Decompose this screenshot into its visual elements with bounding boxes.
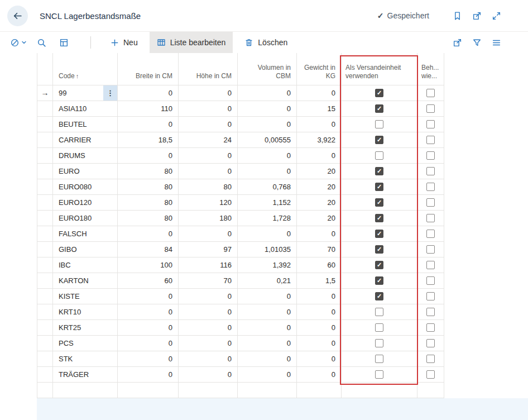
row-select-cell[interactable] (37, 257, 53, 273)
header-breite[interactable]: Breite in CM (118, 53, 179, 85)
versand-cell[interactable] (342, 116, 417, 132)
versand-checkbox[interactable] (375, 245, 383, 254)
header-hoehe[interactable]: Höhe in CM (179, 53, 238, 85)
row-select-cell[interactable] (37, 335, 53, 351)
versand-checkbox[interactable] (375, 292, 383, 300)
beh-checkbox[interactable] (426, 214, 435, 222)
beh-checkbox[interactable] (426, 245, 435, 254)
hoehe-cell[interactable]: 70 (179, 273, 238, 288)
breite-cell[interactable]: 0 (118, 147, 179, 163)
code-cell[interactable]: KRT10 (53, 304, 118, 319)
gewicht-cell[interactable]: 1,5 (297, 273, 342, 288)
beh-cell[interactable] (417, 194, 444, 210)
versand-cell[interactable] (342, 194, 417, 210)
row-select-cell[interactable] (37, 288, 53, 304)
volumen-cell[interactable]: 0 (238, 335, 297, 351)
beh-checkbox[interactable] (426, 323, 435, 332)
row-select-cell[interactable] (37, 226, 53, 241)
header-gewicht[interactable]: Gewicht in KG (297, 53, 342, 85)
versand-checkbox[interactable] (375, 214, 383, 222)
code-cell[interactable]: GIBO (53, 241, 118, 257)
volumen-cell[interactable]: 0 (238, 319, 297, 335)
code-cell[interactable]: BEUTEL (53, 116, 118, 132)
versand-checkbox[interactable] (375, 230, 383, 238)
beh-cell[interactable] (417, 210, 444, 226)
row-select-cell[interactable] (37, 273, 53, 288)
versand-cell[interactable] (342, 210, 417, 226)
table-row[interactable]: BEUTEL0000 (37, 116, 444, 132)
gewicht-cell[interactable]: 0 (297, 147, 342, 163)
breite-cell[interactable]: 80 (118, 210, 179, 226)
beh-checkbox[interactable] (426, 276, 435, 285)
breite-cell[interactable]: 110 (118, 101, 179, 116)
volumen-cell[interactable]: 0 (238, 116, 297, 132)
beh-cell[interactable] (417, 304, 444, 319)
volumen-cell[interactable]: 0,00555 (238, 132, 297, 147)
gewicht-cell[interactable]: 20 (297, 163, 342, 179)
beh-cell[interactable] (417, 147, 444, 163)
table-row[interactable]: →99⋮0000 (37, 85, 444, 101)
table-row[interactable]: CARRIER18,5240,005553,922 (37, 132, 444, 147)
versand-cell[interactable] (342, 273, 417, 288)
beh-cell[interactable] (417, 179, 444, 194)
versand-cell[interactable] (342, 335, 417, 351)
table-row[interactable]: KRT100000 (37, 304, 444, 319)
hoehe-cell[interactable]: 0 (179, 288, 238, 304)
code-cell[interactable]: EURO080 (53, 179, 118, 194)
gewicht-cell[interactable]: 15 (297, 101, 342, 116)
versand-cell[interactable] (342, 179, 417, 194)
code-cell[interactable]: STK (53, 351, 118, 366)
gewicht-cell[interactable]: 0 (297, 85, 342, 101)
code-cell[interactable]: IBC (53, 257, 118, 273)
row-select-cell[interactable] (37, 116, 53, 132)
beh-checkbox[interactable] (426, 89, 435, 97)
gewicht-cell[interactable]: 60 (297, 257, 342, 273)
volumen-cell[interactable]: 0,768 (238, 179, 297, 194)
share-button[interactable] (451, 36, 463, 49)
hoehe-cell[interactable]: 120 (179, 194, 238, 210)
hoehe-cell[interactable]: 0 (179, 366, 238, 382)
search-button[interactable] (32, 34, 50, 51)
volumen-cell[interactable]: 1,392 (238, 257, 297, 273)
volumen-cell[interactable]: 0 (238, 101, 297, 116)
versand-checkbox[interactable] (375, 198, 383, 207)
code-cell[interactable]: ASIA110 (53, 101, 118, 116)
beh-checkbox[interactable] (426, 261, 435, 269)
row-select-cell[interactable] (37, 210, 53, 226)
breite-cell[interactable]: 100 (118, 257, 179, 273)
breite-cell[interactable]: 0 (118, 351, 179, 366)
table-row[interactable]: KISTE0000 (37, 288, 444, 304)
versand-checkbox[interactable] (375, 261, 383, 269)
table-row[interactable]: KRT250000 (37, 319, 444, 335)
beh-cell[interactable] (417, 163, 444, 179)
code-cell[interactable]: EURO120 (53, 194, 118, 210)
delete-button[interactable]: Löschen (237, 32, 295, 53)
breite-cell[interactable]: 0 (118, 335, 179, 351)
code-cell[interactable]: DRUMS (53, 147, 118, 163)
gewicht-cell[interactable]: 20 (297, 179, 342, 194)
versand-cell[interactable] (342, 366, 417, 382)
breite-cell[interactable]: 0 (118, 116, 179, 132)
row-select-cell[interactable] (37, 304, 53, 319)
breite-cell[interactable]: 60 (118, 273, 179, 288)
hoehe-cell[interactable]: 0 (179, 335, 238, 351)
beh-checkbox[interactable] (426, 104, 435, 113)
beh-checkbox[interactable] (426, 167, 435, 175)
row-select-cell[interactable] (37, 101, 53, 116)
hoehe-cell[interactable]: 0 (179, 351, 238, 366)
row-menu-button[interactable]: ⋮ (103, 85, 117, 101)
volumen-cell[interactable]: 0 (238, 147, 297, 163)
volumen-cell[interactable]: 1,728 (238, 210, 297, 226)
breite-cell[interactable]: 0 (118, 319, 179, 335)
code-cell[interactable]: 99⋮ (53, 85, 118, 101)
beh-checkbox[interactable] (426, 230, 435, 238)
versand-cell[interactable] (342, 163, 417, 179)
gewicht-cell[interactable]: 20 (297, 194, 342, 210)
versand-checkbox[interactable] (375, 167, 383, 175)
beh-checkbox[interactable] (426, 120, 435, 128)
expand-button[interactable] (490, 9, 502, 22)
beh-cell[interactable] (417, 116, 444, 132)
gewicht-cell[interactable]: 0 (297, 226, 342, 241)
hoehe-cell[interactable]: 0 (179, 101, 238, 116)
beh-checkbox[interactable] (426, 183, 435, 191)
